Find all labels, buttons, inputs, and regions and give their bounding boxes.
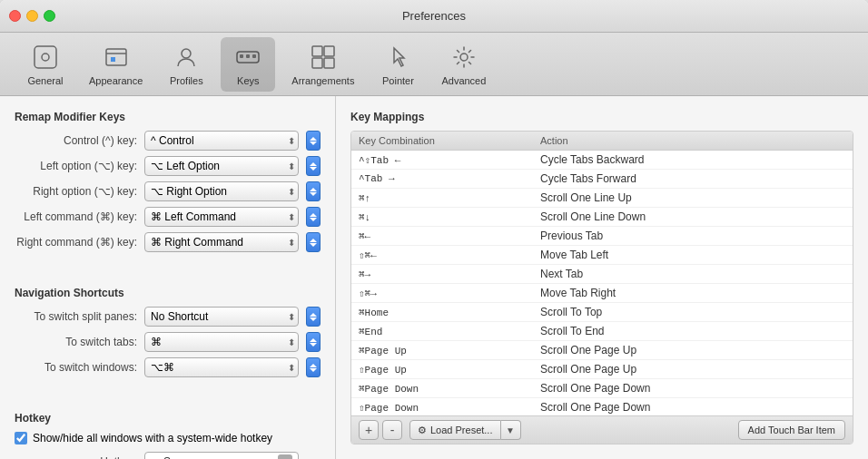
pointer-icon [383,43,412,72]
hotkey-label-text: Hotkey: [100,455,137,459]
add-mapping-button[interactable]: + [359,420,379,440]
left-panel: Remap Modifier Keys Control (^) key: ^ C… [0,96,336,459]
svg-rect-9 [252,54,256,58]
left-option-label: Left option (⌥) key: [40,160,137,172]
right-option-select[interactable]: ⌥ Right Option [144,181,299,201]
left-command-select[interactable]: ⌘ Left Command [144,207,299,227]
toolbar-item-appearance[interactable]: Appearance [80,37,152,92]
left-option-stepper[interactable] [306,156,321,176]
add-touchbar-button[interactable]: Add Touch Bar Item [738,420,845,440]
toolbar-item-pointer[interactable]: Pointer [370,37,425,92]
svg-rect-12 [312,58,322,68]
col-action: Action [540,135,845,146]
left-command-down-arrow [310,218,317,221]
action-cell: Scroll One Page Down [540,381,845,396]
svg-rect-2 [106,49,126,65]
key-combination-cell: ^⇧Tab ← [359,153,540,167]
keymappings-title: Key Mappings [350,111,853,123]
load-preset-button[interactable]: ⚙ Load Preset... [409,420,501,440]
control-stepper[interactable] [306,131,321,151]
table-row[interactable]: ⌘Page UpScroll One Page Up [351,341,853,360]
switch-tabs-select[interactable]: ⌘ [144,332,299,352]
control-select[interactable]: ^ Control [144,131,299,151]
col-key-combination: Key Combination [359,135,540,146]
right-option-stepper[interactable] [306,181,321,201]
maximize-button[interactable] [44,10,55,22]
table-row[interactable]: ⌘Page DownScroll One Page Down [351,379,853,398]
action-cell: Move Tab Left [540,248,845,262]
key-combination-cell: ⌘→ [359,268,540,281]
left-option-select[interactable]: ⌥ Left Option [144,156,299,176]
switch-tabs-stepper[interactable] [306,332,321,352]
switch-windows-select-wrapper: ⌥⌘ ⬍ [144,357,299,377]
table-row[interactable]: ⌘→Next Tab [351,265,853,284]
keys-label: Keys [237,75,259,86]
svg-point-5 [182,49,191,58]
minimize-button[interactable] [26,10,38,22]
toolbar: General Appearance Profiles Keys Arrange… [0,33,868,96]
remove-mapping-button[interactable]: - [382,420,402,440]
right-command-select-wrapper: ⌘ Right Command ⬍ [144,232,299,252]
switch-tabs-down-arrow [310,343,317,347]
hotkey-section: Hotkey Show/hide all windows with a syst… [15,412,321,459]
profiles-icon [172,43,201,72]
table-row[interactable]: ⌘↓Scroll One Line Down [351,208,853,227]
hotkey-checkbox[interactable] [15,432,27,444]
load-preset-dropdown[interactable]: ▼ [501,420,521,440]
split-panes-label: To switch split panes: [35,310,137,323]
toolbar-item-keys[interactable]: Keys [221,37,275,92]
table-row[interactable]: ⇧⌘→Move Tab Right [351,284,853,303]
left-command-stepper[interactable] [306,207,321,227]
advanced-label: Advanced [441,75,486,86]
advanced-icon [449,43,478,72]
left-option-select-wrapper: ⌥ Left Option ⬍ [144,156,299,176]
right-command-select[interactable]: ⌘ Right Command [144,232,299,252]
titlebar: Preferences [0,0,868,33]
right-command-stepper[interactable] [306,232,321,252]
toolbar-item-arrangements[interactable]: Arrangements [282,37,363,92]
table-row[interactable]: ^Tab →Cycle Tabs Forward [351,170,853,189]
switch-windows-select[interactable]: ⌥⌘ [144,357,299,377]
right-panel: Key Mappings Key Combination Action ^⇧Ta… [336,96,868,459]
toolbar-item-general[interactable]: General [18,37,73,92]
toolbar-item-profiles[interactable]: Profiles [159,37,213,92]
split-panes-stepper[interactable] [306,307,321,327]
close-button[interactable] [9,10,21,22]
svg-rect-8 [246,54,250,58]
arrangements-icon [309,43,338,72]
hotkey-input-field[interactable]: ⌥Space ✕ [144,452,299,459]
table-row[interactable]: ⌘EndScroll To End [351,322,853,341]
table-row[interactable]: ⇧⌘←Move Tab Left [351,246,853,265]
right-option-down-arrow [310,192,317,196]
key-combination-cell: ⇧Page Down [359,401,540,415]
table-row[interactable]: ⇧Page UpScroll One Page Up [351,360,853,379]
switch-windows-stepper[interactable] [306,357,321,377]
left-command-label: Left command (⌘) key: [24,210,137,223]
table-body: ^⇧Tab ←Cycle Tabs Backward^Tab →Cycle Ta… [351,151,853,415]
toolbar-item-advanced[interactable]: Advanced [432,37,495,92]
left-option-up-arrow [310,162,317,166]
right-option-label: Right option (⌥) key: [33,185,137,198]
key-combination-cell: ⌘↑ [359,191,540,205]
table-row[interactable]: ⌘HomeScroll To Top [351,303,853,322]
table-row[interactable]: ⇧Page DownScroll One Page Down [351,398,853,415]
hotkey-title: Hotkey [15,412,321,425]
table-footer: + - ⚙ Load Preset... ▼ Add Touch Bar Ite… [351,415,853,444]
split-panes-row: To switch split panes: No Shortcut ⬍ [15,307,321,327]
svg-rect-13 [324,58,334,68]
table-header: Key Combination Action [351,132,853,151]
hotkey-clear-btn[interactable]: ✕ [278,454,292,459]
switch-windows-up-arrow [310,364,317,367]
switch-windows-label: To switch windows: [44,361,137,374]
split-panes-select[interactable]: No Shortcut [144,307,299,327]
table-row[interactable]: ^⇧Tab ←Cycle Tabs Backward [351,151,853,170]
action-cell: Scroll One Page Up [540,362,845,376]
preferences-window: Preferences General Appearance Profiles [0,0,868,459]
switch-tabs-up-arrow [310,338,317,342]
table-row[interactable]: ⌘↑Scroll One Line Up [351,189,853,208]
load-preset-label: Load Preset... [430,425,493,435]
key-combination-cell: ⌘Page Down [359,382,540,396]
split-panes-up-arrow [310,313,317,317]
hotkey-value: ⌥Space [151,455,194,459]
table-row[interactable]: ⌘←Previous Tab [351,227,853,246]
